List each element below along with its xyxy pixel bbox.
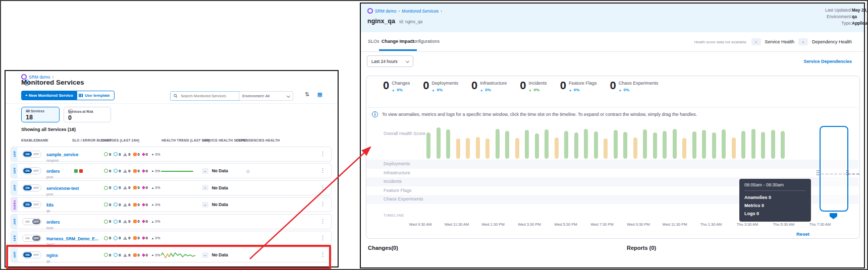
time-selection-window[interactable] — [820, 126, 848, 212]
service-name-link[interactable]: nginx — [46, 253, 58, 258]
kebab-menu-icon[interactable]: ⋮ — [320, 201, 326, 208]
health-bar[interactable] — [505, 131, 509, 159]
all-services-card[interactable]: All Services⚙ 18 — [21, 107, 60, 122]
health-bar[interactable] — [741, 131, 745, 159]
health-bar[interactable] — [496, 129, 500, 159]
changes-section-header[interactable]: Changes(0) — [368, 245, 398, 251]
service-name-link[interactable]: sample_service — [46, 152, 78, 157]
enabled-toggle[interactable]: ONOFF — [22, 201, 41, 208]
health-bar[interactable] — [446, 129, 450, 159]
health-bar[interactable] — [702, 130, 706, 159]
counter-label: Deployments — [432, 81, 459, 86]
kebab-menu-icon[interactable]: ⋮ — [320, 184, 326, 191]
tab-slos[interactable]: SLOs — [368, 32, 379, 51]
service-row[interactable]: APPONOFFsample_servicenonprod00000▲0%⋮ — [11, 147, 332, 162]
health-bar[interactable] — [555, 138, 559, 159]
health-bar[interactable] — [535, 133, 539, 159]
health-bar[interactable] — [781, 131, 785, 159]
breadcrumb[interactable]: SRM demo › Monitored Services › — [367, 8, 442, 14]
services-at-risk-card[interactable]: Services at Riski 0 — [64, 107, 111, 122]
health-bar[interactable] — [574, 132, 578, 159]
health-bar[interactable] — [682, 138, 686, 159]
service-name-link[interactable]: servicenow-test — [46, 186, 79, 191]
health-bar[interactable] — [476, 137, 480, 159]
service-row[interactable]: APPONOFFnginxqa00000▲0%-No Data⋮ — [11, 247, 332, 262]
health-bar[interactable] — [712, 132, 716, 159]
health-bar[interactable] — [623, 132, 627, 159]
kebab-menu-icon[interactable]: ⋮ — [320, 251, 326, 258]
service-name-link[interactable]: k8s — [46, 202, 53, 208]
tab-configurations[interactable]: Configurations — [410, 32, 440, 51]
kebab-menu-icon[interactable]: ⋮ — [320, 235, 326, 241]
health-bar[interactable] — [722, 129, 726, 159]
health-bar[interactable] — [594, 131, 598, 159]
health-bar[interactable] — [761, 132, 765, 159]
search-box[interactable] — [170, 91, 242, 101]
service-name-link[interactable]: Harness_SRM_Demo_E... — [46, 236, 98, 241]
sort-filter-icon[interactable]: ⇅ — [305, 91, 309, 98]
counter-value: 0 — [520, 80, 526, 92]
right-drag-handle-icon[interactable] — [846, 170, 847, 171]
service-name-link[interactable]: orders — [46, 169, 60, 174]
enabled-toggle[interactable]: ONOFF — [22, 218, 41, 225]
health-bar[interactable] — [545, 129, 549, 159]
health-bar[interactable] — [584, 129, 588, 159]
health-bar[interactable] — [771, 130, 775, 159]
overall-health-score-label: Overall Health Score — [384, 130, 426, 137]
enabled-toggle[interactable]: ONOFF — [22, 151, 41, 158]
breadcrumb-section[interactable]: Monitored Services — [402, 9, 439, 14]
breadcrumb-project[interactable]: SRM demo — [375, 9, 397, 14]
health-bar[interactable] — [485, 139, 490, 159]
health-bar[interactable] — [466, 138, 470, 159]
grid-view-icon[interactable]: ▦ — [317, 91, 322, 98]
health-bar[interactable] — [751, 129, 755, 159]
health-bar[interactable] — [643, 129, 647, 159]
service-name-cell: ordersprod — [46, 166, 60, 179]
health-bar[interactable] — [653, 132, 657, 159]
service-dependencies-link[interactable]: Service Dependencies — [803, 59, 852, 64]
health-bar[interactable] — [633, 138, 637, 159]
enabled-toggle[interactable]: ONOFF — [22, 184, 41, 191]
kebab-menu-icon[interactable]: ⋮ — [320, 151, 326, 157]
health-bar[interactable] — [614, 130, 618, 159]
health-bar[interactable] — [692, 131, 696, 159]
reset-button[interactable]: Reset — [796, 231, 809, 237]
health-bar[interactable] — [525, 130, 529, 159]
tab-change-impact[interactable]: Change Impact — [382, 32, 414, 51]
service-row[interactable]: APPONOFFservicenow-testprod00000▲0%-No D… — [11, 180, 332, 195]
counter-pct: 0% — [624, 88, 630, 92]
service-env-label: local — [46, 226, 60, 230]
health-bar[interactable] — [515, 138, 519, 159]
left-drag-handle-icon[interactable] — [817, 170, 818, 171]
environment-filter-dropdown[interactable]: Environment: All — [239, 91, 293, 101]
timeline-tick-label: Thu 3:30 AM — [737, 222, 758, 227]
health-bar[interactable] — [456, 139, 460, 159]
service-row[interactable]: INFRAONOFFk8sqa00000▲0%-No Data⋮ — [11, 197, 332, 212]
change-value: 0 — [128, 202, 130, 207]
kebab-menu-icon[interactable]: ⋮ — [320, 218, 326, 225]
new-monitored-service-button[interactable]: + New Monitored Service — [21, 91, 77, 100]
service-name-link[interactable]: orders — [46, 220, 60, 225]
service-row[interactable]: APPONOFFordersprod00000▲0%-No Data⋮ — [11, 163, 332, 178]
health-bar[interactable] — [564, 131, 568, 159]
service-row[interactable]: APPONOFForderslocal00000▲0%⋮ — [11, 214, 332, 229]
health-bar[interactable] — [663, 131, 667, 159]
enabled-toggle[interactable]: ONOFF — [22, 235, 41, 242]
health-bar[interactable] — [604, 139, 608, 159]
health-bar[interactable] — [437, 127, 441, 159]
service-row[interactable]: APPONOFFHarness_SRM_Demo_E...Test200000▲… — [11, 231, 332, 246]
timeline-info: i To view anomalies, metrics and logs fo… — [372, 111, 697, 117]
enabled-toggle[interactable]: ONOFF — [22, 167, 41, 174]
health-bar[interactable] — [673, 129, 677, 159]
enabled-toggle[interactable]: ONOFF — [22, 251, 41, 258]
use-template-button[interactable]: Use template — [74, 91, 115, 100]
reports-section-header[interactable]: Reports (0) — [627, 245, 656, 251]
tooltip-time-range: 08:05am - 09:30am — [744, 182, 806, 191]
health-bar[interactable] — [426, 132, 430, 159]
health-bar[interactable] — [732, 138, 736, 159]
kebab-menu-icon[interactable]: ⋮ — [320, 167, 326, 174]
change-value: 0 — [138, 185, 140, 190]
search-input[interactable] — [180, 93, 238, 99]
time-range-dropdown[interactable]: Last 24 hours — [367, 55, 413, 67]
change-count: 0 — [114, 202, 121, 207]
